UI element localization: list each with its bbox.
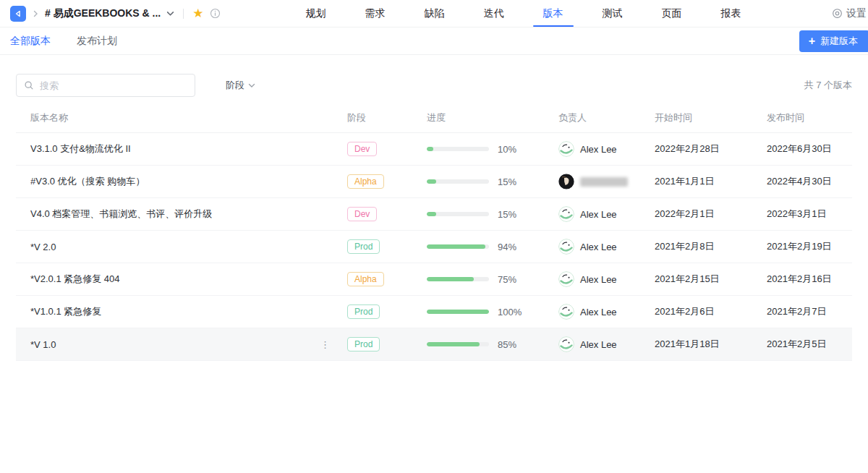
avatar [558, 174, 574, 189]
progress-fill [427, 179, 436, 184]
top-navigation: # 易成GEEKBOOKS & ... ★ 规划需求缺陷迭代版本测试页面报表 设… [0, 0, 868, 27]
toolbar: 阶段 共 7 个版本 [16, 74, 852, 97]
stage-badge: Dev [347, 142, 377, 156]
breadcrumb-chevron-icon [32, 10, 39, 17]
stage-filter-dropdown[interactable]: 阶段 [226, 79, 255, 92]
progress-bar [427, 277, 489, 281]
start-date: 2021年1月1日 [655, 175, 767, 188]
versions-table: 版本名称阶段进度负责人开始时间发布时间 V3.1.0 支付&物流优化 II ⋮ … [16, 103, 852, 361]
progress-fill [427, 244, 485, 249]
start-date: 2021年1月18日 [655, 338, 767, 351]
column-header-owner: 负责人 [558, 111, 655, 124]
tab-reports[interactable]: 报表 [721, 0, 741, 27]
owner-name: Alex Lee [580, 144, 617, 155]
stage-badge: Prod [347, 239, 380, 254]
new-version-button[interactable]: + 新建版本 [799, 30, 868, 52]
table-row[interactable]: *V 1.0 ⋮ Prod 85% Alex Lee 2021年1月18日 20… [16, 328, 852, 361]
owner-name: Alex Lee [580, 274, 617, 285]
progress-percent: 10% [498, 144, 516, 155]
progress-percent: 85% [498, 339, 516, 350]
progress-fill [427, 147, 433, 151]
avatar [558, 336, 574, 352]
tab-tests[interactable]: 测试 [603, 0, 623, 27]
sub-navigation: 全部版本发布计划 + 新建版本 [0, 27, 868, 55]
progress-fill [427, 277, 474, 281]
table-header-row: 版本名称阶段进度负责人开始时间发布时间 [16, 103, 852, 133]
owner-name: Alex Lee [580, 209, 617, 220]
tab-iterations[interactable]: 迭代 [484, 0, 504, 27]
avatar [558, 141, 574, 157]
main-content: 阶段 共 7 个版本 版本名称阶段进度负责人开始时间发布时间 V3.1.0 支付… [0, 55, 868, 361]
version-name: *V 1.0 [30, 339, 56, 350]
progress-bar [427, 244, 489, 249]
divider [183, 9, 184, 19]
owner-name: Alex Lee [580, 242, 617, 252]
search-input[interactable] [40, 80, 187, 91]
chevron-down-icon [248, 82, 255, 89]
start-date: 2021年2月8日 [655, 240, 767, 253]
start-date: 2022年2月28日 [655, 142, 767, 155]
release-date: 2021年2月5日 [767, 338, 852, 351]
progress-fill [427, 212, 436, 216]
progress-percent: 100% [498, 307, 522, 318]
favorite-star-icon[interactable]: ★ [192, 7, 203, 20]
tab-planning[interactable]: 规划 [306, 0, 326, 27]
start-date: 2021年2月6日 [655, 305, 767, 318]
tab-requirements[interactable]: 需求 [365, 0, 386, 27]
column-header-stage: 阶段 [347, 111, 427, 124]
table-row[interactable]: V3.1.0 支付&物流优化 II ⋮ Dev 10% Alex Lee 202… [16, 133, 852, 166]
plus-icon: + [809, 35, 815, 47]
progress-bar [427, 179, 489, 184]
version-name: *V2.0.1 紧急修复 404 [30, 273, 120, 286]
tab-defects[interactable]: 缺陷 [425, 0, 445, 27]
version-name: *V 2.0 [30, 242, 56, 252]
column-header-progress: 进度 [427, 111, 558, 124]
progress-bar [427, 310, 489, 314]
stage-badge: Alpha [347, 272, 384, 286]
progress-percent: 94% [498, 242, 516, 252]
stage-badge: Prod [347, 337, 380, 351]
start-date: 2021年2月15日 [655, 273, 767, 286]
settings-button[interactable]: 设置 [832, 7, 867, 20]
progress-bar [427, 212, 489, 216]
version-count: 共 7 个版本 [804, 79, 852, 92]
release-date: 2022年4月30日 [767, 175, 852, 188]
project-chevron-down-icon[interactable] [166, 9, 174, 17]
table-row[interactable]: *V2.0.1 紧急修复 404 ⋮ Alpha 75% Alex Lee 20… [16, 263, 852, 296]
table-row[interactable]: #V3.0 优化（搜索 购物车） ⋮ Alpha 15% 2021年1月1日 2… [16, 166, 852, 198]
search-box [16, 74, 195, 97]
start-date: 2022年2月1日 [655, 208, 767, 221]
table-row[interactable]: *V1.0.1 紧急修复 ⋮ Prod 100% Alex Lee 2021年2… [16, 296, 852, 328]
tab-pages[interactable]: 页面 [662, 0, 682, 27]
progress-fill [427, 310, 489, 314]
release-date: 2021年2月19日 [767, 240, 852, 253]
version-name: V3.1.0 支付&物流优化 II [30, 142, 131, 155]
column-header-release: 发布时间 [767, 111, 852, 124]
subtab-release-plan[interactable]: 发布计划 [77, 35, 117, 48]
release-date: 2022年6月30日 [767, 142, 852, 155]
settings-label: 设置 [846, 7, 867, 20]
subtab-all-versions[interactable]: 全部版本 [10, 35, 51, 48]
table-body: V3.1.0 支付&物流优化 II ⋮ Dev 10% Alex Lee 202… [16, 133, 852, 361]
table-row[interactable]: *V 2.0 ⋮ Prod 94% Alex Lee 2021年2月8日 202… [16, 231, 852, 263]
app-root: # 易成GEEKBOOKS & ... ★ 规划需求缺陷迭代版本测试页面报表 设… [0, 0, 868, 361]
table-row[interactable]: V4.0 档案管理、书籍浏览、书评、评价升级 ⋮ Dev 15% Alex Le… [16, 198, 852, 231]
info-icon[interactable] [210, 8, 221, 19]
app-logo-icon[interactable] [10, 6, 26, 22]
release-date: 2022年3月1日 [767, 208, 852, 221]
column-header-start: 开始时间 [655, 111, 767, 124]
progress-percent: 15% [498, 209, 516, 220]
stage-badge: Alpha [347, 174, 384, 189]
column-header-name: 版本名称 [30, 111, 347, 124]
settings-icon [832, 8, 843, 19]
module-tabs: 规划需求缺陷迭代版本测试页面报表 [306, 0, 741, 27]
stage-badge: Prod [347, 304, 380, 319]
tab-versions[interactable]: 版本 [543, 0, 563, 27]
breadcrumb: # 易成GEEKBOOKS & ... ★ [10, 6, 221, 22]
avatar [558, 206, 574, 222]
row-more-icon[interactable]: ⋮ [320, 339, 330, 350]
progress-percent: 75% [498, 274, 516, 285]
avatar [558, 304, 574, 320]
project-name[interactable]: # 易成GEEKBOOKS & ... [45, 7, 161, 20]
release-date: 2021年2月16日 [767, 273, 852, 286]
